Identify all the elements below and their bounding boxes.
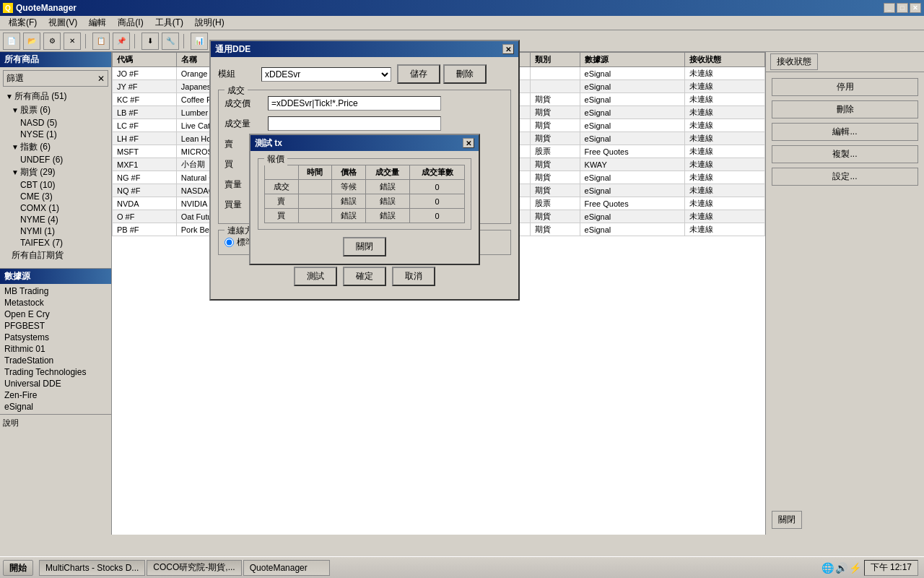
cell-type: 買 — [265, 209, 299, 223]
disable-button[interactable]: 停用 — [772, 78, 918, 96]
tree-futures[interactable]: ▼ 期貨 (29) — [3, 165, 108, 179]
save-button[interactable]: 儲存 — [397, 64, 440, 84]
cancel-button[interactable]: 取消 — [392, 267, 435, 286]
cell-type — [531, 80, 580, 93]
cell-status: 未連線 — [684, 210, 765, 223]
cell-count: 0 — [410, 209, 465, 223]
menu-file[interactable]: 檔案(F) — [3, 15, 43, 30]
tray-battery-icon: ⚡ — [849, 562, 861, 574]
settings-button[interactable]: ⚙ — [43, 33, 61, 50]
ds-mb-trading[interactable]: MB Trading — [1, 285, 110, 297]
ds-zen-fire[interactable]: Zen-Fire — [1, 389, 110, 401]
tree-label: 所有自訂期貨 — [12, 249, 64, 262]
app-title: QuoteManager — [16, 3, 77, 13]
menu-help[interactable]: 說明(H) — [189, 15, 230, 30]
test-button[interactable]: 測試 — [294, 267, 337, 286]
taskbar: 開始 MultiCharts - Stocks D... COCO研究院-期貨,… — [0, 556, 924, 578]
cell-type: 期貨 — [531, 119, 580, 132]
test-close-btn[interactable]: 關閉 — [343, 237, 386, 256]
tree-stocks[interactable]: ▼ 股票 (6) — [3, 103, 108, 117]
paste-button[interactable]: 📌 — [113, 33, 130, 50]
filter-close-icon[interactable]: ✕ — [97, 74, 105, 84]
trade-price-input[interactable] — [268, 96, 441, 111]
import-button[interactable]: ⬇ — [141, 33, 159, 50]
cell-code: NG #F — [113, 171, 177, 184]
tree-nymi[interactable]: NYMI (1) — [3, 225, 108, 237]
ds-esignal[interactable]: eSignal — [1, 401, 110, 413]
cell-status: 未連線 — [684, 93, 765, 106]
menu-edit[interactable]: 編輯 — [83, 15, 112, 30]
tray-network-icon: 🌐 — [821, 562, 834, 574]
taskbar-items: MultiCharts - Stocks D... COCO研究院-期貨,...… — [39, 560, 821, 576]
ds-rithmic[interactable]: Rithmic 01 — [1, 343, 110, 355]
ds-trading-tech[interactable]: Trading Technologies — [1, 366, 110, 378]
menu-product[interactable]: 商品(I) — [112, 15, 149, 30]
new-button[interactable]: 📄 — [3, 33, 20, 50]
tree-cbt[interactable]: CBT (10) — [3, 179, 108, 191]
maximize-button[interactable]: □ — [897, 3, 908, 13]
confirm-button[interactable]: 確定 — [343, 267, 386, 286]
right-panel: 接收狀態 停用 刪除 編輯... 複製... 設定... 關閉 — [765, 52, 924, 535]
cell-code: LH #F — [113, 132, 177, 145]
trade-price-label: 成交價 — [225, 98, 268, 110]
close-right-button[interactable]: 關閉 — [772, 511, 802, 529]
menu-view[interactable]: 視圖(V) — [43, 15, 83, 30]
ds-metastock[interactable]: Metastock — [1, 297, 110, 309]
cell-type: 期貨 — [531, 158, 580, 171]
ds-open-e-cry[interactable]: Open E Cry — [1, 309, 110, 320]
tree-custom-futures[interactable]: 所有自訂期貨 — [3, 249, 108, 262]
ds-universal-dde[interactable]: Universal DDE — [1, 378, 110, 389]
tree-label: NASD (5) — [20, 118, 57, 128]
tree-nasd[interactable]: NASD (5) — [3, 117, 108, 129]
cell-source: eSignal — [580, 171, 684, 184]
test-close-button[interactable]: ✕ — [463, 138, 474, 148]
tree-index[interactable]: ▼ 指數 (6) — [3, 140, 108, 154]
separator-3 — [183, 34, 186, 48]
tree-label: UNDEF (6) — [20, 155, 63, 165]
delete-toolbar-button[interactable]: ✕ — [64, 33, 81, 50]
right-panel-buttons: 停用 刪除 編輯... 複製... 設定... — [766, 72, 924, 191]
trade-section-title: 成交 — [225, 85, 248, 97]
close-button[interactable]: ✕ — [910, 3, 921, 13]
export-button[interactable]: 🔧 — [162, 33, 179, 50]
copy-button[interactable]: 📋 — [92, 33, 110, 50]
tree-taifex[interactable]: TAIFEX (7) — [3, 237, 108, 249]
chart-button[interactable]: 📊 — [191, 33, 208, 50]
start-button[interactable]: 開始 — [3, 560, 33, 576]
tree-all-products[interactable]: ▼ 所有商品 (51) — [3, 90, 108, 103]
filter-section: 篩選 ✕ ▼ 所有商品 (51) ▼ 股票 (6) NASD (5) NYSE … — [0, 67, 111, 265]
tree-nyse[interactable]: NYSE (1) — [3, 129, 108, 140]
trade-qty-input[interactable] — [268, 116, 441, 131]
tray-volume-icon: 🔊 — [835, 562, 847, 574]
col-source: 數據源 — [580, 53, 684, 67]
minimize-button[interactable]: _ — [884, 3, 895, 13]
taskbar-quotemanager[interactable]: QuoteManager — [243, 560, 330, 576]
ds-pfgbest[interactable]: PFGBEST — [1, 320, 110, 332]
cell-price: 等候 — [332, 180, 366, 194]
standard-radio[interactable] — [225, 238, 234, 247]
delete-button[interactable]: 刪除 — [772, 100, 918, 118]
cell-status: 未連線 — [684, 158, 765, 171]
cell-status: 未連線 — [684, 119, 765, 132]
settings-side-button[interactable]: 設定... — [772, 168, 918, 186]
ds-patsystems[interactable]: Patsystems — [1, 332, 110, 343]
ds-tradestation[interactable]: TradeStation — [1, 355, 110, 366]
separator-2 — [134, 34, 137, 48]
receive-status-tab[interactable]: 接收狀態 — [770, 53, 818, 70]
edit-button[interactable]: 編輯... — [772, 123, 918, 141]
tree-nyme[interactable]: NYME (4) — [3, 214, 108, 225]
cell-code: KC #F — [113, 93, 177, 106]
tree-comx[interactable]: COMX (1) — [3, 202, 108, 214]
tree-cme[interactable]: CME (3) — [3, 191, 108, 202]
delete-dialog-button[interactable]: 刪除 — [443, 64, 487, 84]
dde-close-button[interactable]: ✕ — [502, 44, 514, 54]
copy-side-button[interactable]: 複製... — [772, 145, 918, 163]
tree-undef[interactable]: UNDEF (6) — [3, 154, 108, 165]
taskbar-coco[interactable]: COCO研究院-期貨,... — [147, 560, 241, 576]
open-button[interactable]: 📂 — [23, 33, 40, 50]
menu-tools[interactable]: 工具(T) — [149, 15, 189, 30]
taskbar-multicharts[interactable]: MultiCharts - Stocks D... — [39, 560, 145, 576]
module-select[interactable]: xDDESvr — [261, 67, 391, 82]
cell-price: 錯誤 — [332, 194, 366, 209]
description-label: 說明 — [0, 414, 111, 431]
